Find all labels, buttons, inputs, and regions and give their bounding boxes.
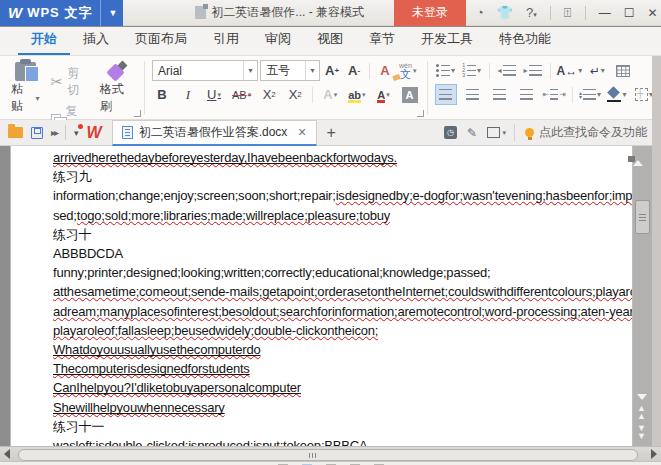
superscript-button[interactable]: X2 [259, 84, 279, 105]
tab-insert[interactable]: 插入 [70, 24, 122, 55]
italic-button[interactable]: I [178, 84, 198, 105]
align-right-button[interactable] [489, 84, 511, 105]
decrease-indent-button[interactable]: ◂ [496, 60, 518, 81]
tab-developer[interactable]: 开发工具 [408, 24, 486, 55]
document-tab[interactable]: 初二英语暑假作业答案.docx ✕ [112, 120, 317, 146]
distribute-button[interactable]: ⇤⇥ [543, 84, 566, 105]
doc-line[interactable]: 练习十 [53, 225, 614, 244]
shading-button[interactable]: ▾ [606, 84, 628, 105]
customize-toolbar-icon[interactable]: ▾ [74, 128, 79, 138]
skin-theme-icon[interactable]: 👕 [497, 6, 513, 19]
format-painter-button[interactable]: 格式刷 [95, 60, 139, 117]
clear-format-button[interactable]: A [375, 60, 395, 81]
doc-line[interactable]: playaroleof;fallasleep;beusedwidely;doub… [53, 321, 614, 340]
distribute-icon [550, 89, 558, 100]
horizontal-scroll-thumb[interactable] [18, 449, 638, 461]
divider [585, 6, 586, 20]
open-file-icon[interactable] [8, 127, 23, 138]
maximize-button[interactable]: ☐ [624, 6, 635, 20]
ink-annotate-icon[interactable]: ✎ [467, 126, 477, 140]
bullet-list-button[interactable]: ▾ [435, 60, 457, 81]
font-name-select[interactable]: Arial▾ [152, 60, 258, 81]
strikethrough-button[interactable]: AB▾ [230, 84, 253, 105]
character-scale-button[interactable]: A↔▾ [557, 60, 583, 81]
wps-app-button[interactable]: W WPS 文字 ▼ [0, 0, 123, 26]
scroll-left-icon[interactable] [4, 449, 10, 459]
clipboard-dialog-launcher-icon[interactable] [134, 110, 141, 117]
doc-line[interactable]: adream;manyplacesofinterest;besoldout;se… [53, 302, 614, 321]
play-circle-icon[interactable]: ◔ [476, 6, 484, 19]
cut-button[interactable]: ✂ 剪切 [47, 63, 93, 101]
bold-button[interactable]: B [152, 84, 172, 105]
next-page-icon[interactable]: ▼▼ [637, 424, 646, 440]
doc-line[interactable]: atthesametime;comeout;sende-mails;getapo… [53, 282, 614, 301]
doc-line[interactable]: arrivedherethedaybeforeyesterday,Ihavebe… [53, 148, 614, 167]
divider [144, 61, 145, 114]
line-spacing-button[interactable]: ▴▾▾ [579, 84, 601, 105]
document-page[interactable]: arrivedherethedaybeforeyesterday,Ihavebe… [10, 146, 633, 446]
doc-line[interactable]: Shewillhelpyouwhennecessary [53, 398, 614, 417]
previous-page-icon[interactable]: ▲▲ [637, 404, 646, 420]
scroll-right-icon[interactable] [651, 449, 657, 459]
text-wrap-button[interactable]: ↵▾ [586, 60, 608, 81]
restore-up-icon[interactable]: ⍐ [564, 6, 572, 19]
insert-table-button[interactable] [612, 60, 634, 81]
switch-window-icon[interactable] [487, 127, 500, 138]
close-tab-icon[interactable]: ✕ [297, 126, 306, 139]
history-version-icon[interactable]: ◷ [444, 126, 457, 139]
align-center-button[interactable] [462, 84, 484, 105]
vertical-scrollbar[interactable]: ▲▲ ▼▼ [633, 146, 652, 446]
tab-special-features[interactable]: 特色功能 [486, 24, 564, 55]
close-button[interactable]: ✕ [647, 6, 657, 20]
subscript-button[interactable]: X2 [285, 84, 305, 105]
tab-references[interactable]: 引用 [200, 24, 252, 55]
tab-view[interactable]: 视图 [304, 24, 356, 55]
font-color-button[interactable]: A▾ [374, 84, 394, 105]
justify-button[interactable] [516, 84, 538, 105]
help-icon[interactable]: ?▾ [526, 6, 537, 19]
chevron-down-icon: ▾ [248, 91, 252, 99]
decrease-indent-icon [503, 65, 516, 76]
doc-line[interactable]: 练习九 [53, 167, 614, 186]
doc-line[interactable]: funny;printer;designed;looking;written;c… [53, 263, 614, 282]
login-button[interactable]: 未登录 [394, 0, 466, 26]
highlight-color-button[interactable]: ab▾ [346, 84, 367, 105]
paste-button[interactable]: 粘贴▾ [6, 60, 45, 117]
doc-line[interactable]: sed;togo;sold;more;libraries;made;willre… [53, 206, 614, 225]
new-tab-button[interactable]: + [327, 124, 336, 142]
vertical-scroll-thumb[interactable] [635, 200, 650, 234]
doc-line[interactable]: wasleft;isdouble-clicked;isproduced;ispu… [53, 436, 614, 446]
font-size-select[interactable]: 五号▾ [260, 60, 320, 81]
save-icon[interactable] [31, 127, 43, 139]
find-commands-hint[interactable]: 点此查找命令及功能 [514, 124, 647, 141]
font-dialog-launcher-icon[interactable] [417, 110, 424, 117]
document-text: arrivedherethedaybeforeyesterday,Ihavebe… [53, 148, 614, 446]
more-commands-icon[interactable]: ▸▸ [51, 127, 57, 138]
numbered-list-button[interactable]: 1 2 3 ▾ [461, 60, 483, 81]
minimize-button[interactable]: — [599, 6, 611, 20]
doc-line[interactable]: ABBBDCDA [53, 244, 614, 263]
document-workspace: arrivedherethedaybeforeyesterday,Ihavebe… [0, 146, 661, 446]
tab-section[interactable]: 章节 [356, 24, 408, 55]
shrink-font-button[interactable]: A- [344, 60, 364, 81]
tab-page-layout[interactable]: 页面布局 [122, 24, 200, 55]
align-left-button[interactable] [435, 84, 457, 105]
tab-review[interactable]: 审阅 [252, 24, 304, 55]
horizontal-scrollbar[interactable] [0, 446, 661, 461]
doc-line[interactable]: CanIhelpyou?I'dliketobuyapersonalcompute… [53, 378, 614, 397]
scroll-down-icon[interactable] [637, 394, 647, 400]
doc-line[interactable]: information;change;enjoy;screen;soon;sho… [53, 186, 614, 205]
underline-button[interactable]: U▾ [204, 84, 224, 105]
text-effects-button[interactable]: A▾ [320, 84, 340, 105]
doc-line[interactable]: 练习十一 [53, 417, 614, 436]
chevron-down-icon[interactable]: ▼ [100, 0, 117, 26]
wps-w-logo-icon[interactable]: W [87, 124, 102, 142]
character-shading-button[interactable]: A [400, 84, 420, 105]
doc-line[interactable]: Thecomputerisdesignedforstudents [53, 359, 614, 378]
font-color-swatch [377, 100, 385, 103]
tab-home[interactable]: 开始 [18, 24, 70, 55]
statusbar [0, 461, 661, 465]
doc-line[interactable]: Whatdoyouusuallyusethecomputerdo [53, 340, 614, 359]
increase-indent-button[interactable]: ▸ [522, 60, 544, 81]
grow-font-button[interactable]: A+ [322, 60, 342, 81]
